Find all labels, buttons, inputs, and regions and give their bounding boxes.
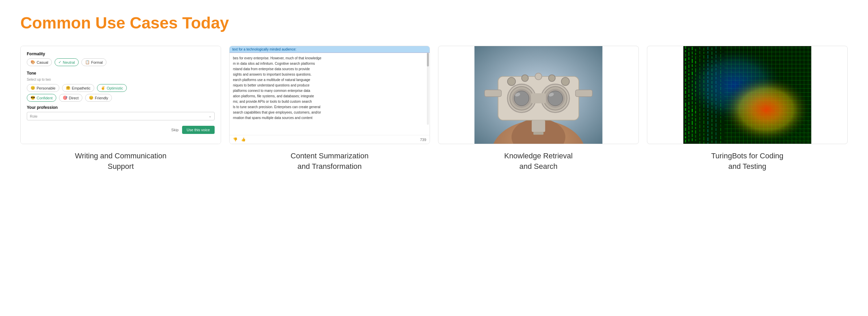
empathetic-emoji: 🤗	[66, 86, 71, 90]
optimistic-emoji: ✌️	[101, 86, 105, 90]
svg-point-11	[548, 91, 563, 106]
coding-svg	[647, 46, 847, 144]
svg-rect-21	[533, 132, 544, 135]
editor-highlight: text for a technologically minded audien…	[230, 46, 430, 53]
tone-row-1: 😊 Personable 🤗 Empathetic ✌️ Optimistic	[27, 84, 215, 92]
formality-formal-button[interactable]: 📋 Formal	[81, 58, 106, 66]
card-summarization-label: Content Summarizationand Transformation	[291, 151, 369, 172]
editor-body[interactable]: bes for every enterprise. However, much …	[230, 53, 430, 135]
card-knowledge-image	[438, 46, 639, 144]
tone-direct-button[interactable]: 🎯 Direct	[59, 94, 82, 102]
skip-button[interactable]: Skip	[171, 128, 178, 132]
direct-emoji: 🎯	[63, 96, 67, 100]
card-knowledge-label: Knowledge Retrievaland Search	[504, 151, 573, 172]
svg-point-14	[521, 75, 528, 81]
card-writing-label: Writing and CommunicationSupport	[75, 151, 166, 172]
coding-placeholder	[647, 46, 847, 144]
profession-section: Your profession Role ⌄	[27, 105, 215, 120]
tone-label: Tone	[27, 71, 215, 76]
thumbdown-icon[interactable]: 👎	[233, 137, 238, 142]
card-summarization-image: text for a technologically minded audien…	[229, 46, 430, 144]
casual-icon: 🎨	[31, 60, 35, 64]
card-coding-image	[647, 46, 848, 144]
card-writing-image: Formality 🎨 Casual ✓ Neutral 📋 Formal	[20, 46, 221, 144]
svg-point-16	[549, 75, 555, 81]
card-coding: TuringBots for Codingand Testing	[647, 46, 848, 172]
chevron-down-icon: ⌄	[209, 114, 212, 118]
personable-emoji: 😊	[31, 86, 35, 90]
page-title: Common Use Cases Today	[20, 14, 848, 32]
neutral-icon: ✓	[58, 60, 61, 64]
editor-action-icons: 👎 👍	[233, 137, 246, 142]
confident-emoji: 😎	[31, 96, 35, 100]
tone-row-2: 😎 Confident 🎯 Direct 😊 Friendly	[27, 94, 215, 102]
formality-casual-button[interactable]: 🎨 Casual	[27, 58, 52, 66]
thumbup-icon[interactable]: 👍	[241, 137, 246, 142]
scrollbar-thumb	[427, 53, 429, 66]
eye-exam-svg	[438, 46, 638, 144]
editor-scrollbar[interactable]	[427, 53, 429, 125]
friendly-emoji: 😊	[89, 96, 94, 100]
card-writing: Formality 🎨 Casual ✓ Neutral 📋 Formal	[20, 46, 221, 172]
editor-text: bes for every enterprise. However, much …	[233, 56, 321, 120]
svg-point-13	[508, 77, 516, 85]
formality-label: Formality	[27, 52, 215, 56]
tone-empathetic-button[interactable]: 🤗 Empathetic	[62, 84, 94, 92]
svg-rect-12	[531, 93, 546, 103]
text-editor-mockup: text for a technologically minded audien…	[230, 46, 430, 144]
tone-optimistic-button[interactable]: ✌️ Optimistic	[97, 84, 127, 92]
card-summarization: text for a technologically minded audien…	[229, 46, 430, 172]
mockup-footer: Skip Use this voice	[27, 126, 215, 134]
tone-personable-button[interactable]: 😊 Personable	[27, 84, 59, 92]
svg-point-17	[561, 77, 570, 85]
word-count: 739	[420, 138, 426, 142]
card-coding-label: TuringBots for Codingand Testing	[711, 151, 783, 172]
tone-confident-button[interactable]: 😎 Confident	[27, 94, 56, 102]
editor-footer: 👎 👍 739	[230, 135, 430, 144]
svg-rect-19	[575, 90, 592, 97]
svg-point-7	[514, 91, 529, 106]
svg-point-15	[535, 73, 542, 80]
formality-neutral-button[interactable]: ✓ Neutral	[55, 58, 78, 66]
svg-rect-18	[485, 90, 501, 97]
ui-mockup-writing: Formality 🎨 Casual ✓ Neutral 📋 Formal	[21, 46, 221, 144]
tone-friendly-button[interactable]: 😊 Friendly	[85, 94, 112, 102]
tone-sublabel: Select up to two	[27, 78, 215, 81]
svg-rect-20	[532, 120, 545, 132]
cards-container: Formality 🎨 Casual ✓ Neutral 📋 Formal	[20, 46, 848, 172]
profession-label: Your profession	[27, 105, 215, 110]
use-voice-button[interactable]: Use this voice	[182, 126, 215, 134]
formality-row: 🎨 Casual ✓ Neutral 📋 Formal	[27, 58, 215, 66]
eye-exam-placeholder	[438, 46, 638, 144]
role-dropdown[interactable]: Role ⌄	[27, 112, 215, 120]
card-knowledge: Knowledge Retrievaland Search	[438, 46, 639, 172]
formal-icon: 📋	[85, 60, 90, 64]
